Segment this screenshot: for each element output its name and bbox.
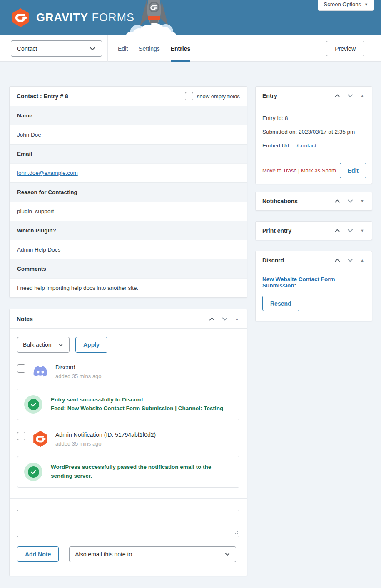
email-note-select[interactable]: Also email this note to <box>69 546 236 562</box>
collapse-toggle-icon[interactable]: ▲ <box>359 258 365 262</box>
chevron-down-icon <box>347 92 354 99</box>
message-line: WordPress successfully passed the notifi… <box>51 463 232 481</box>
sidebar: Entry ▲ Entry Id: 8 Submitted on: 2023/0… <box>255 86 372 321</box>
chevron-up-icon <box>334 227 341 234</box>
discord-header[interactable]: Discord ▲ <box>256 251 372 269</box>
notes-divider <box>10 498 247 499</box>
collapse-toggle-icon[interactable]: ▲ <box>359 94 365 98</box>
print-entry-title: Print entry <box>262 227 334 234</box>
chevron-up-icon <box>334 92 341 99</box>
message-line: Feed: New Website Contact Form Submissio… <box>51 404 223 413</box>
entry-metabox-title: Entry <box>262 92 334 99</box>
screen-options-button[interactable]: Screen Options ▼ <box>318 0 374 11</box>
form-switcher-select[interactable]: Contact <box>11 40 102 57</box>
tab-edit[interactable]: Edit <box>118 35 128 62</box>
gravity-forms-hexagon-icon <box>11 8 30 27</box>
discord-feed-line: New Website Contact Form Submission: <box>262 276 365 289</box>
move-up-button[interactable] <box>208 315 216 323</box>
move-up-button[interactable] <box>334 197 341 205</box>
collapse-toggle-icon[interactable]: ▲ <box>234 317 240 321</box>
entry-metabox-body: Entry Id: 8 Submitted on: 2023/03/17 at … <box>256 105 372 157</box>
brand-secondary: FORMS <box>92 11 135 24</box>
show-empty-fields-control: show empty fields <box>185 92 240 100</box>
notes-header[interactable]: Notes ▲ <box>10 309 247 329</box>
field-value: plugin_support <box>17 208 54 214</box>
move-to-trash-link[interactable]: Move to Trash <box>262 167 296 174</box>
notifications-header[interactable]: Notifications ▼ <box>256 192 372 210</box>
move-down-button[interactable] <box>346 257 354 264</box>
bulk-action-select[interactable]: Bulk action <box>17 337 70 353</box>
preview-button[interactable]: Preview <box>326 41 364 56</box>
tab-entries-label: Entries <box>171 45 190 52</box>
move-down-button[interactable] <box>346 197 354 205</box>
field-label: Name <box>17 112 32 119</box>
move-down-button[interactable] <box>346 92 354 100</box>
chevron-down-icon <box>347 257 354 264</box>
submitted-on-line: Submitted on: 2023/03/17 at 2:35 pm <box>262 129 365 135</box>
tab-settings[interactable]: Settings <box>139 35 160 62</box>
chevron-down-icon <box>222 316 228 322</box>
apply-button[interactable]: Apply <box>75 337 107 353</box>
collapse-toggle-icon[interactable]: ▼ <box>359 199 365 203</box>
discord-metabox: Discord ▲ New Website Contact Form Submi… <box>255 251 372 321</box>
note-meta: added 35 mins ago <box>55 373 102 379</box>
add-note-button[interactable]: Add Note <box>17 546 59 562</box>
note-checkbox[interactable] <box>17 432 25 440</box>
note-author: Discord <box>55 363 102 371</box>
embed-url-link[interactable]: .../contact <box>292 142 316 149</box>
entry-metabox-footer: Move to Trash | Mark as Spam Edit <box>256 157 372 184</box>
entry-metabox-header[interactable]: Entry ▲ <box>256 87 372 105</box>
tab-edit-label: Edit <box>118 45 128 52</box>
field-label-row: Comments <box>10 259 247 278</box>
new-note-area <box>17 510 239 537</box>
move-up-button[interactable] <box>334 257 341 264</box>
resend-button[interactable]: Resend <box>262 296 299 311</box>
embed-url-line: Embed Url: .../contact <box>262 142 365 149</box>
discord-body: New Website Contact Form Submission: Res… <box>256 269 372 321</box>
notifications-metabox: Notifications ▼ <box>255 192 372 211</box>
discord-feed-link[interactable]: New Website Contact Form Submission <box>262 276 335 289</box>
entry-detail-title: Contact : Entry # 8 <box>17 93 185 100</box>
note-item: Discord added 35 mins ago <box>17 363 239 380</box>
feed-colon: : <box>294 282 296 289</box>
screen-options-label: Screen Options <box>324 1 361 7</box>
entry-header-controls: ▲ <box>334 92 365 100</box>
bulk-action-row: Bulk action Apply <box>17 337 239 353</box>
gravity-forms-logo: GRAVITY FORMS <box>11 8 134 27</box>
message-line: Entry sent successfully to Discord <box>51 396 223 404</box>
notes-panel: Notes ▲ Bulk action Apply Discord <box>9 309 247 576</box>
print-entry-header-controls: ▼ <box>334 227 365 234</box>
print-entry-header[interactable]: Print entry ▼ <box>256 222 372 240</box>
entry-id-line: Entry Id: 8 <box>262 115 365 121</box>
field-label-row: Name <box>10 106 247 125</box>
move-up-button[interactable] <box>334 92 341 100</box>
chevron-up-icon <box>334 198 341 204</box>
move-up-button[interactable] <box>334 227 341 234</box>
show-empty-fields-checkbox[interactable] <box>185 92 193 100</box>
note-checkbox[interactable] <box>17 364 25 373</box>
field-value-row: plugin_support <box>10 202 247 221</box>
note-message-text: WordPress successfully passed the notifi… <box>51 463 232 481</box>
bulk-action-value: Bulk action <box>23 341 51 348</box>
note-author: Admin Notification (ID: 51794abf1f0d2) <box>55 431 156 438</box>
move-down-button[interactable] <box>221 315 229 323</box>
entry-detail-panel: Contact : Entry # 8 show empty fields Na… <box>9 86 247 298</box>
edit-entry-button[interactable]: Edit <box>340 163 366 178</box>
caret-down-icon: ▼ <box>364 2 368 7</box>
collapse-toggle-icon[interactable]: ▼ <box>359 229 365 233</box>
notes-body: Bulk action Apply Discord added 35 mins … <box>10 329 247 576</box>
move-down-button[interactable] <box>346 227 354 234</box>
entry-detail-header: Contact : Entry # 8 show empty fields <box>10 87 247 106</box>
new-note-textarea[interactable] <box>17 510 239 537</box>
email-note-select-value: Also email this note to <box>75 551 132 558</box>
mark-as-spam-link[interactable]: Mark as Spam <box>301 167 336 174</box>
notes-title: Notes <box>17 316 208 322</box>
note-item: Admin Notification (ID: 51794abf1f0d2) a… <box>17 431 239 447</box>
tab-entries[interactable]: Entries <box>171 35 190 62</box>
show-empty-fields-label: show empty fields <box>197 93 240 100</box>
form-toolbar: Contact Edit Settings Entries Preview <box>0 35 381 62</box>
email-link[interactable]: john.doe@example.com <box>17 170 78 176</box>
field-label-row: Reason for Contacting <box>10 182 247 202</box>
top-banner: GRAVITY FORMS Screen Options ▼ <box>0 0 381 35</box>
field-value-row: Admin Help Docs <box>10 240 247 259</box>
